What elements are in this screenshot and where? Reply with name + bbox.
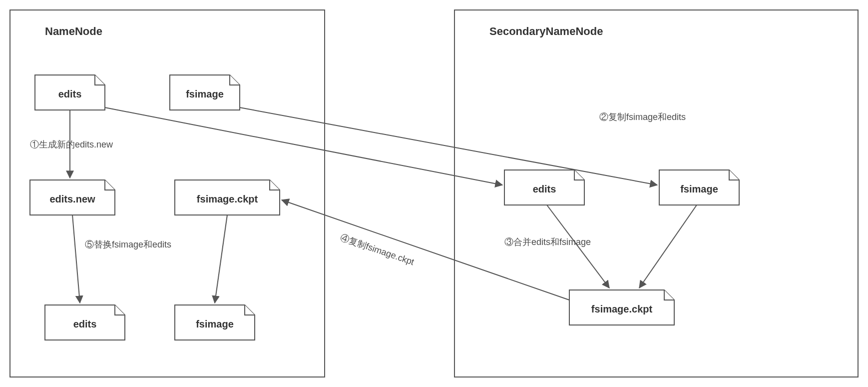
step4-label: ④复制fsimage.ckpt	[339, 232, 416, 267]
diagram-canvas: NameNode SecondaryNameNode edits fsimage…	[0, 0, 868, 387]
file-nn-edits-bottom: edits	[45, 305, 125, 340]
file-nn-edits-top: edits	[35, 75, 105, 110]
step3-label: ③合并edits和fsimage	[504, 237, 591, 247]
file-label: edits	[58, 88, 82, 100]
arrow-step5-right	[215, 215, 227, 303]
file-label: fsimage	[196, 318, 234, 330]
step2-label: ②复制fsimage和edits	[599, 112, 686, 122]
namenode-title: NameNode	[45, 25, 102, 38]
file-label: fsimage	[680, 184, 718, 194]
arrow-step3-right	[639, 205, 697, 288]
file-snn-fsimage-ckpt: fsimage.ckpt	[569, 290, 674, 325]
file-snn-edits: edits	[504, 170, 584, 205]
secondary-title: SecondaryNameNode	[489, 25, 603, 38]
file-nn-fsimage-top: fsimage	[170, 75, 240, 110]
file-label: edits	[533, 184, 556, 194]
file-nn-edits-new: edits.new	[30, 180, 115, 215]
file-label: fsimage	[186, 88, 224, 100]
step5-label: ⑤替换fsimage和edits	[85, 240, 171, 250]
arrow-step5-left	[72, 215, 80, 303]
file-label: edits.new	[49, 194, 95, 204]
file-nn-fsimage-ckpt: fsimage.ckpt	[175, 180, 280, 215]
step1-label: ①生成新的edits.new	[30, 140, 113, 150]
file-label: fsimage.ckpt	[591, 304, 653, 314]
file-snn-fsimage: fsimage	[659, 170, 739, 205]
file-label: fsimage.ckpt	[197, 194, 258, 204]
file-nn-fsimage-bottom: fsimage	[175, 305, 255, 340]
file-label: edits	[73, 318, 97, 330]
